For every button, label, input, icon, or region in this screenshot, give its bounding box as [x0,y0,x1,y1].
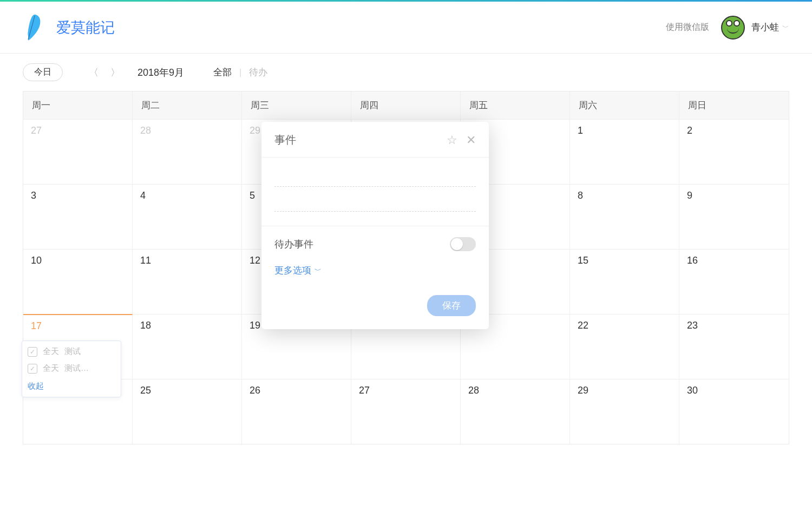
day-cell[interactable]: 10 [23,249,133,314]
user-avatar[interactable] [721,16,745,40]
day-cell[interactable]: 4 [133,184,242,249]
modal-title: 事件 [274,133,438,147]
weekday-label: 周日 [679,91,789,119]
day-cell[interactable]: 25 [133,379,242,444]
event-row[interactable]: ✓ 全天 测试 [22,343,121,360]
app-logo-icon [23,12,47,43]
calendar-toolbar: 今日 〈 〉 2018年9月 全部 | 待办 [0,54,812,91]
filter-all-tab[interactable]: 全部 [213,66,232,78]
filter-separator: | [239,67,241,78]
current-month-label: 2018年9月 [137,66,184,79]
collapse-link[interactable]: 收起 [22,377,121,397]
day-cell[interactable]: 18 [133,314,242,379]
prev-month-button[interactable]: 〈 [89,66,99,79]
todo-label: 待办事件 [274,238,313,251]
save-button[interactable]: 保存 [427,295,476,316]
day-events-popover: ✓ 全天 测试 ✓ 全天 测试… 收起 [22,341,121,397]
main-header: 爱莫能记 使用微信版 青小蛙 ﹀ [0,2,812,54]
day-cell[interactable]: 23 [679,314,789,379]
weekday-label: 周三 [242,91,351,119]
filter-group: 全部 | 待办 [213,66,267,78]
event-title: 测试… [64,363,89,374]
modal-options-section: 待办事件 更多选项 ﹀ [261,226,489,287]
next-month-button[interactable]: 〉 [110,66,120,79]
wechat-version-link[interactable]: 使用微信版 [666,22,709,33]
checkbox-icon[interactable]: ✓ [28,347,37,357]
day-cell[interactable]: 26 [242,379,351,444]
event-row[interactable]: ✓ 全天 测试… [22,360,121,377]
today-button[interactable]: 今日 [23,63,63,81]
todo-toggle[interactable] [450,237,476,251]
day-cell[interactable]: 11 [133,249,242,314]
modal-footer: 保存 [261,287,489,329]
weekday-label: 周二 [133,91,242,119]
modal-header: 事件 ☆ ✕ [261,122,489,158]
weekday-header: 周一周二周三周四周五周六周日 [23,91,789,119]
weekday-label: 周六 [570,91,679,119]
day-cell[interactable]: 2 [679,119,789,184]
weekday-label: 周五 [461,91,570,119]
day-cell[interactable]: 15 [570,249,679,314]
event-desc-input[interactable] [274,187,476,212]
username-label[interactable]: 青小蛙 [751,21,779,34]
day-cell[interactable]: 9 [679,184,789,249]
app-title: 爱莫能记 [56,18,115,37]
day-cell[interactable]: 28 [461,379,570,444]
filter-todo-tab[interactable]: 待办 [249,66,267,78]
day-cell[interactable]: 27 [351,379,461,444]
month-nav: 〈 〉 [89,66,120,79]
event-modal: 事件 ☆ ✕ 待办事件 更多选项 ﹀ 保存 [261,122,489,329]
event-title-input[interactable] [274,169,476,187]
day-cell[interactable]: 1 [570,119,679,184]
day-cell[interactable]: 22 [570,314,679,379]
day-cell[interactable]: 16 [679,249,789,314]
event-time: 全天 [43,346,59,357]
chevron-down-icon: ﹀ [315,266,322,276]
event-time: 全天 [43,363,59,374]
todo-toggle-row: 待办事件 [274,237,476,251]
event-title: 测试 [64,346,81,357]
day-cell[interactable]: 27 [23,119,133,184]
day-cell[interactable]: 3 [23,184,133,249]
checkbox-icon[interactable]: ✓ [28,364,37,374]
day-cell[interactable]: 30 [679,379,789,444]
day-cell[interactable]: 28 [133,119,242,184]
modal-body [261,158,489,212]
day-cell[interactable]: 29 [570,379,679,444]
weekday-label: 周一 [23,91,133,119]
day-cell[interactable]: 8 [570,184,679,249]
more-options-link[interactable]: 更多选项 ﹀ [274,264,322,287]
star-icon[interactable]: ☆ [447,133,457,147]
close-icon[interactable]: ✕ [466,133,476,147]
chevron-down-icon[interactable]: ﹀ [782,23,789,32]
weekday-label: 周四 [351,91,461,119]
